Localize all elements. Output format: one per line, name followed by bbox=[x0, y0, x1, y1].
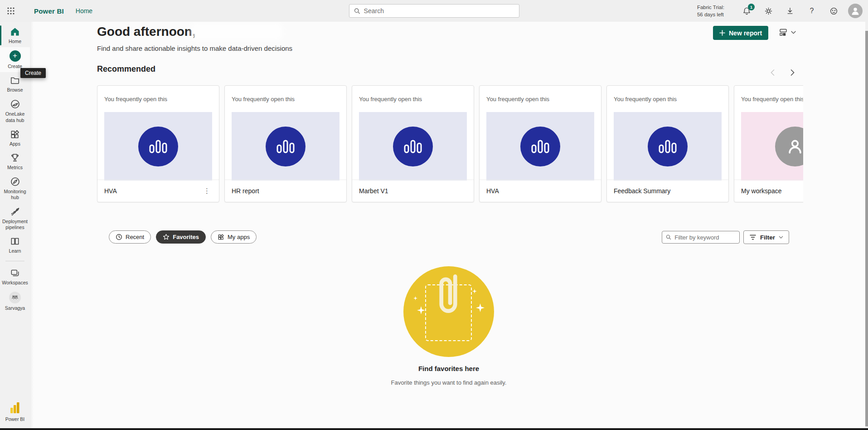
search-icon bbox=[666, 234, 671, 240]
download-icon bbox=[786, 7, 794, 15]
card-view-icon bbox=[779, 28, 788, 36]
empty-state-subtitle: Favorite things you want to find again e… bbox=[365, 379, 533, 386]
sparkle-icon bbox=[417, 306, 425, 314]
person-icon bbox=[785, 137, 803, 156]
recommended-card[interactable]: You frequently open this My workspace bbox=[734, 85, 803, 202]
smiley-icon bbox=[829, 7, 838, 15]
chevron-down-icon bbox=[779, 236, 783, 239]
card-title: HVA bbox=[104, 187, 117, 195]
report-thumbnail bbox=[359, 112, 467, 181]
report-thumbnail bbox=[104, 112, 212, 181]
tab-my-apps[interactable]: My apps bbox=[211, 230, 257, 244]
sidebar-item-metrics[interactable]: Metrics bbox=[0, 150, 30, 173]
sidebar-item-workspace-sarvagya[interactable]: Sarvagya bbox=[0, 288, 30, 314]
card-title: Marbet V1 bbox=[359, 187, 388, 195]
sparkle-icon bbox=[413, 296, 417, 300]
sparkle-icon bbox=[472, 289, 477, 293]
people-icon bbox=[9, 292, 21, 303]
help-icon: ? bbox=[810, 7, 814, 15]
compass-icon bbox=[10, 176, 20, 187]
top-bar: Power BI Home Fabric Trial: 56 days left… bbox=[0, 0, 868, 22]
content-tabs: Recent Favorites My apps bbox=[109, 230, 257, 244]
fabric-trial-status: Fabric Trial: 56 days left bbox=[697, 4, 724, 18]
recommended-carousel: You frequently open this HVA ⋮ You frequ… bbox=[97, 85, 803, 203]
tab-favorites[interactable]: Favorites bbox=[156, 230, 206, 244]
download-button[interactable] bbox=[783, 4, 797, 18]
workspaces-icon bbox=[10, 268, 20, 278]
plus-icon: + bbox=[10, 50, 21, 62]
notifications-button[interactable]: 1 bbox=[739, 4, 754, 18]
chevron-down-icon bbox=[791, 31, 796, 34]
empty-state-title: Find favorites here bbox=[365, 365, 533, 372]
sidebar-item-learn[interactable]: Learn bbox=[0, 233, 30, 257]
report-chart-icon bbox=[531, 139, 550, 154]
gear-icon bbox=[764, 7, 773, 15]
filter-keyword-input[interactable] bbox=[674, 234, 736, 241]
recommended-card[interactable]: You frequently open this Marbet V1 bbox=[352, 85, 474, 202]
carousel-prev-button[interactable] bbox=[768, 68, 777, 77]
report-thumbnail bbox=[486, 112, 594, 181]
global-search[interactable] bbox=[349, 4, 519, 18]
carousel-next-button[interactable] bbox=[788, 68, 797, 77]
clock-icon bbox=[116, 234, 122, 240]
trophy-icon bbox=[10, 153, 20, 163]
notification-badge: 1 bbox=[748, 4, 755, 10]
apps-icon bbox=[218, 234, 224, 240]
app-launcher-icon[interactable] bbox=[0, 0, 22, 22]
help-button[interactable]: ? bbox=[805, 4, 819, 18]
powerbi-logo-icon bbox=[10, 402, 20, 414]
feedback-button[interactable] bbox=[826, 4, 841, 18]
topnav-home-link[interactable]: Home bbox=[76, 7, 92, 15]
filter-keyword-field[interactable] bbox=[662, 231, 740, 244]
chevron-right-icon bbox=[790, 69, 795, 76]
view-switcher-button[interactable] bbox=[779, 28, 796, 36]
recommended-card[interactable]: You frequently open this HVA ⋮ bbox=[97, 85, 219, 202]
sidebar-divider bbox=[5, 261, 24, 261]
filter-button[interactable]: Filter bbox=[743, 230, 789, 244]
home-icon bbox=[10, 27, 20, 37]
workspace-thumbnail bbox=[741, 112, 803, 181]
sidebar-item-apps[interactable]: Apps bbox=[0, 126, 30, 150]
powerbi-logo-footer: Power BI bbox=[5, 402, 25, 428]
card-title: My workspace bbox=[741, 187, 781, 195]
left-nav: Home + Create Browse OneLakedata hub App… bbox=[0, 22, 30, 428]
scrollbar-thumb[interactable] bbox=[865, 31, 868, 426]
report-chart-icon bbox=[276, 139, 295, 154]
star-icon bbox=[163, 234, 170, 240]
account-avatar[interactable] bbox=[848, 4, 863, 18]
search-icon bbox=[354, 8, 360, 15]
create-tooltip: Create bbox=[20, 68, 46, 78]
window-bottom-edge bbox=[0, 428, 868, 430]
recommended-card[interactable]: You frequently open this HR report bbox=[224, 85, 347, 202]
tab-recent[interactable]: Recent bbox=[109, 230, 151, 244]
new-report-button[interactable]: New report bbox=[713, 26, 768, 40]
report-chart-icon bbox=[403, 139, 422, 154]
settings-button[interactable] bbox=[761, 4, 776, 18]
vertical-scrollbar[interactable] bbox=[865, 22, 868, 428]
search-input[interactable] bbox=[364, 7, 514, 15]
sparkle-icon bbox=[476, 303, 485, 312]
empty-state-illustration bbox=[403, 266, 494, 357]
card-title: Feedback Summary bbox=[614, 187, 670, 195]
plus-icon bbox=[719, 30, 725, 36]
sidebar-item-onelake-data-hub[interactable]: OneLakedata hub bbox=[0, 96, 30, 126]
sidebar-item-workspaces[interactable]: Workspaces bbox=[0, 265, 30, 288]
page-subtitle: Find and share actionable insights to ma… bbox=[97, 44, 292, 52]
recommended-card[interactable]: You frequently open this Feedback Summar… bbox=[606, 85, 729, 202]
sidebar-item-deployment-pipelines[interactable]: Deploymentpipelines bbox=[0, 203, 30, 233]
more-options-icon[interactable]: ⋮ bbox=[202, 186, 212, 196]
rocket-icon bbox=[10, 206, 20, 217]
recommended-card[interactable]: You frequently open this HVA bbox=[479, 85, 601, 202]
report-chart-icon bbox=[149, 139, 168, 154]
favorites-empty-state: Find favorites here Favorite things you … bbox=[365, 266, 533, 386]
main-content: Good afternoon, Find and share actionabl… bbox=[30, 22, 865, 428]
redacted-user-name bbox=[191, 23, 282, 40]
page-title: Good afternoon, bbox=[97, 24, 196, 39]
report-chart-icon bbox=[658, 139, 677, 154]
sidebar-item-monitoring-hub[interactable]: Monitoringhub bbox=[0, 173, 30, 203]
folder-icon bbox=[10, 75, 20, 85]
card-title: HVA bbox=[486, 187, 499, 195]
report-thumbnail bbox=[614, 112, 722, 181]
sidebar-item-home[interactable]: Home bbox=[0, 24, 30, 47]
brand-title: Power BI bbox=[34, 7, 64, 15]
